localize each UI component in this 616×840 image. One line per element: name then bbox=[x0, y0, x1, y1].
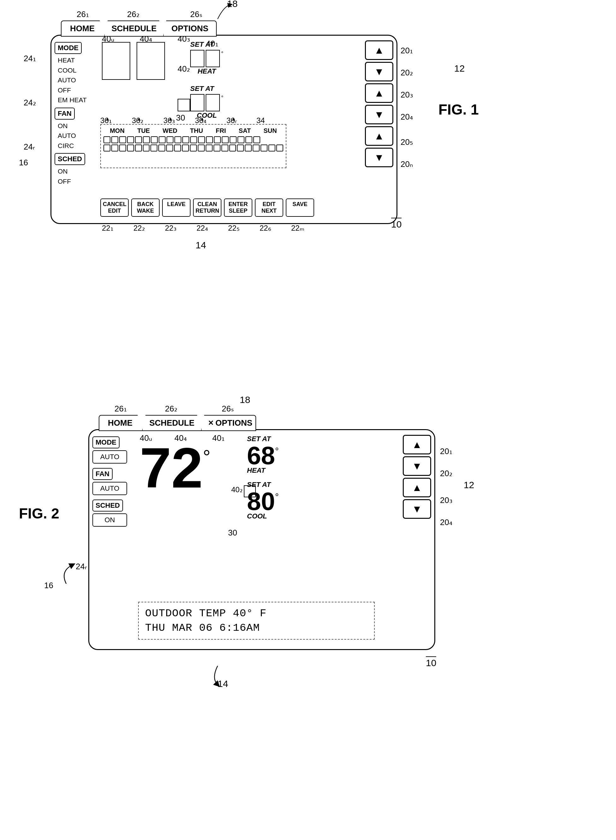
set-temp-heat-digit2 bbox=[206, 50, 220, 67]
sched-block bbox=[167, 136, 173, 143]
day-mon: MON bbox=[110, 127, 125, 134]
fan-circ[interactable]: CIRC bbox=[58, 141, 99, 151]
sched-block bbox=[182, 144, 189, 151]
ref-20-1: 20₁ bbox=[400, 46, 413, 56]
mode-auto[interactable]: AUTO bbox=[58, 75, 99, 85]
ref-24-1: 24₁ bbox=[23, 54, 36, 63]
sched-block bbox=[206, 144, 213, 151]
btn-ref-22-2: 22₂ bbox=[133, 224, 145, 232]
sched-block bbox=[158, 136, 166, 143]
mode-off[interactable]: OFF bbox=[58, 85, 99, 95]
mode-items: HEAT COOL AUTO OFF EM HEAT bbox=[54, 55, 99, 105]
current-temp-value: 72 bbox=[140, 439, 203, 496]
btn-save[interactable]: SAVE bbox=[286, 198, 314, 217]
btn-cancel-edit[interactable]: CANCEL EDIT bbox=[100, 198, 129, 217]
ref-40-3: 40₃ bbox=[177, 34, 190, 44]
thermostat-fig1: 26₁ 26₂ 26ₛ HOME SCHEDULE OPTIONS bbox=[50, 35, 397, 224]
day-wed: WED bbox=[163, 127, 177, 134]
info-line-2: THU MAR 06 6:16AM bbox=[145, 622, 368, 634]
sched-block bbox=[253, 144, 260, 151]
sched-block bbox=[166, 144, 173, 151]
btn-leave[interactable]: LEAVE bbox=[162, 198, 191, 217]
fan-on[interactable]: ON bbox=[58, 121, 99, 131]
tab-options[interactable]: OPTIONS bbox=[163, 21, 217, 37]
btn-ref-22-4: 22₄ bbox=[197, 224, 208, 232]
sched-box[interactable]: SCHED bbox=[54, 153, 85, 165]
left-controls-f2: MODE AUTO FAN AUTO SCHED ON bbox=[92, 436, 133, 527]
mode-em-heat[interactable]: EM HEAT bbox=[58, 95, 99, 105]
ref-30-f2: 30 bbox=[228, 528, 237, 538]
arrow-down-2[interactable]: ▼ bbox=[365, 105, 393, 124]
arrow-16-f2 bbox=[47, 562, 85, 587]
degree-heat: ° bbox=[221, 50, 223, 57]
tab-ref-26s: 26ₛ bbox=[190, 9, 202, 19]
arrow-indicator-3: ▲ bbox=[168, 116, 173, 122]
arrow-14-f2 bbox=[192, 663, 243, 688]
btn-enter-sleep[interactable]: ENTER SLEEP bbox=[224, 198, 252, 217]
ref-24-r: 24ᵣ bbox=[23, 142, 35, 152]
mode-box-f2[interactable]: MODE bbox=[92, 436, 120, 448]
arrow-up-3[interactable]: ▲ bbox=[365, 126, 393, 146]
arrow-down-f2-1[interactable]: ▼ bbox=[403, 456, 431, 476]
tab-bar-fig1: 26₁ 26₂ 26ₛ HOME SCHEDULE OPTIONS bbox=[61, 21, 217, 37]
fan-box[interactable]: FAN bbox=[54, 107, 75, 120]
arrow-up-f2-2[interactable]: ▲ bbox=[403, 478, 431, 497]
tab-home[interactable]: HOME bbox=[61, 21, 105, 37]
sched-on[interactable]: ON bbox=[58, 166, 99, 176]
sched-block bbox=[214, 136, 221, 143]
sched-block bbox=[111, 136, 118, 143]
mode-cool[interactable]: COOL bbox=[58, 65, 99, 75]
btn-clean-return[interactable]: CLEAN RETURN bbox=[193, 198, 221, 217]
ref-40u-f2: 40ᵤ bbox=[140, 433, 153, 443]
arrow-down-1[interactable]: ▼ bbox=[365, 62, 393, 81]
mode-heat[interactable]: HEAT bbox=[58, 55, 99, 65]
sched-block bbox=[245, 136, 252, 143]
mode-box[interactable]: MODE bbox=[54, 42, 82, 54]
sched-block bbox=[135, 144, 142, 151]
tab-ref-262: 26₂ bbox=[127, 9, 139, 19]
ref-40-2: 40₂ bbox=[177, 64, 190, 74]
arrow-up-1[interactable]: ▲ bbox=[365, 40, 393, 60]
arrow-up-2[interactable]: ▲ bbox=[365, 83, 393, 103]
ref-20-3-f2: 20₃ bbox=[440, 495, 452, 505]
arrow-down-f2-2[interactable]: ▼ bbox=[403, 499, 431, 519]
small-box-30 bbox=[177, 99, 190, 112]
sched-block bbox=[135, 136, 142, 143]
tab-schedule-label-f2: SCHEDULE bbox=[149, 418, 194, 427]
ref-10-f2: 10 bbox=[426, 656, 436, 668]
degree-current: ° bbox=[203, 446, 210, 468]
arrow-indicator-5: ▲ bbox=[231, 116, 236, 122]
fan-auto[interactable]: AUTO bbox=[58, 131, 99, 141]
sched-block bbox=[143, 136, 150, 143]
tab-schedule-f2[interactable]: SCHEDULE bbox=[142, 415, 202, 431]
arrow-down-3[interactable]: ▼ bbox=[365, 148, 393, 167]
sched-block bbox=[103, 144, 110, 151]
day-fri: FRI bbox=[216, 127, 226, 134]
btn-back-wake[interactable]: BACK WAKE bbox=[131, 198, 160, 217]
day-sat: SAT bbox=[239, 127, 251, 134]
sched-value-f2: ON bbox=[92, 513, 127, 527]
ref-18-fig1-label: 18 bbox=[227, 0, 238, 9]
arrow-up-f2-1[interactable]: ▲ bbox=[403, 435, 431, 454]
sched-block bbox=[261, 144, 267, 151]
sched-block bbox=[276, 144, 283, 151]
sched-block bbox=[198, 144, 205, 151]
sched-block bbox=[143, 144, 150, 151]
sched-block bbox=[127, 136, 134, 143]
sched-block bbox=[127, 144, 134, 151]
ref-16-fig1: 16 bbox=[19, 158, 28, 167]
btn-edit-next[interactable]: EDIT NEXT bbox=[255, 198, 283, 217]
tab-ref-26s-f2: 26ₛ bbox=[222, 404, 234, 414]
sched-box-f2[interactable]: SCHED bbox=[92, 499, 123, 511]
fan-value-f2: AUTO bbox=[92, 482, 127, 495]
fan-box-f2[interactable]: FAN bbox=[92, 468, 113, 480]
sched-off[interactable]: OFF bbox=[58, 176, 99, 187]
tab-home-f2[interactable]: HOME bbox=[99, 415, 143, 431]
ref-40-2-f2: 40₂ bbox=[231, 485, 243, 494]
sched-block bbox=[103, 136, 110, 143]
ref-20-5: 20₅ bbox=[400, 137, 413, 147]
sched-block bbox=[268, 144, 275, 151]
info-line-1: OUTDOOR TEMP 40° F bbox=[145, 608, 368, 620]
tab-options-f2[interactable]: ✕ OPTIONS bbox=[201, 415, 256, 431]
btn-ref-22-3: 22₃ bbox=[165, 224, 177, 232]
